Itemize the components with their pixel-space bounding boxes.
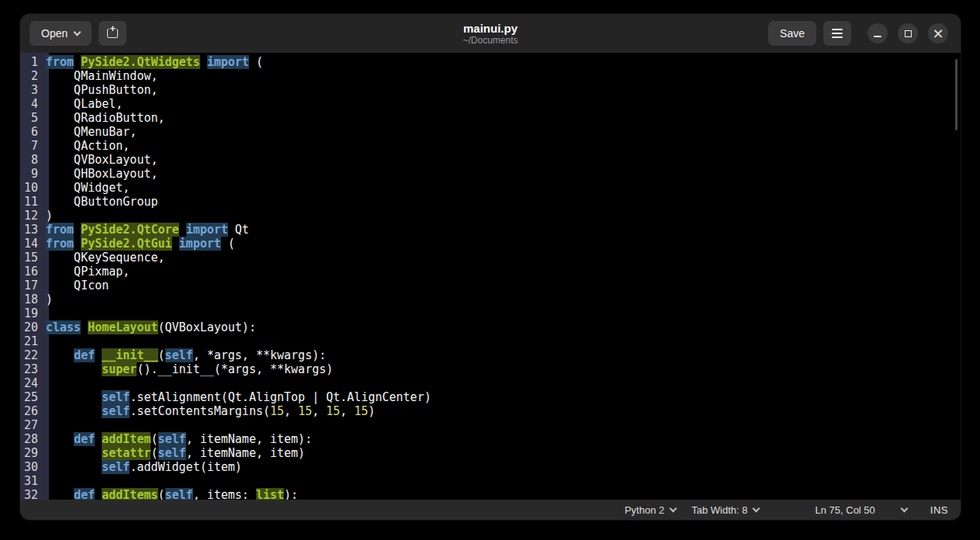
code-line[interactable]: 17 QIcon bbox=[20, 279, 961, 292]
code-text: def addItems(self, items: list): bbox=[43, 488, 298, 500]
code-line[interactable]: 24 bbox=[20, 376, 961, 390]
code-text: QVBoxLayout, bbox=[43, 153, 158, 167]
maximize-button[interactable] bbox=[898, 23, 918, 43]
line-number: 9 bbox=[20, 167, 43, 181]
line-number: 25 bbox=[20, 390, 43, 404]
code-text: from PySide2.QtCore import Qt bbox=[43, 223, 249, 237]
code-line[interactable]: 30 self.addWidget(item) bbox=[20, 460, 961, 474]
document-title: mainui.py bbox=[462, 22, 518, 35]
code-text: ) bbox=[43, 209, 53, 223]
code-line[interactable]: 9 QHBoxLayout, bbox=[20, 167, 961, 181]
code-line[interactable]: 5 QRadioButton, bbox=[20, 111, 961, 125]
code-editor[interactable]: 1from PySide2.QtWidgets import (2 QMainW… bbox=[20, 53, 961, 500]
chevron-down-icon bbox=[74, 28, 81, 36]
line-number: 22 bbox=[20, 348, 43, 362]
minimize-button[interactable] bbox=[867, 23, 888, 43]
code-text: QHBoxLayout, bbox=[43, 167, 158, 181]
code-line[interactable]: 25 self.setAlignment(Qt.AlignTop | Qt.Al… bbox=[20, 390, 961, 404]
code-line[interactable]: 27 bbox=[20, 418, 961, 432]
code-line[interactable]: 3 QPushButton, bbox=[20, 83, 961, 97]
code-line[interactable]: 1from PySide2.QtWidgets import ( bbox=[20, 55, 961, 69]
code-text: def __init__(self, *args, **kwargs): bbox=[43, 348, 326, 362]
menu-button[interactable] bbox=[823, 21, 851, 46]
language-label: Python 2 bbox=[625, 504, 664, 516]
code-text: QPushButton, bbox=[43, 83, 158, 97]
code-text: self.setContentsMargins(15, 15, 15, 15) bbox=[43, 404, 375, 418]
line-number: 5 bbox=[20, 111, 43, 125]
statusbar: Python 2 Tab Width: 8 Ln 75, Col 50 INS bbox=[20, 500, 961, 520]
line-number: 15 bbox=[20, 251, 43, 265]
line-number: 19 bbox=[20, 306, 43, 320]
code-text: from PySide2.QtWidgets import ( bbox=[43, 55, 263, 69]
code-text: QPixmap, bbox=[43, 265, 130, 279]
code-text: QWidget, bbox=[43, 181, 130, 195]
line-number: 24 bbox=[20, 376, 43, 390]
code-line[interactable]: 32 def addItems(self, items: list): bbox=[20, 488, 961, 500]
code-line[interactable]: 18) bbox=[20, 292, 961, 306]
code-line[interactable]: 14from PySide2.QtGui import ( bbox=[20, 237, 961, 251]
code-line[interactable]: 6 QMenuBar, bbox=[20, 125, 961, 139]
code-text: QKeySequence, bbox=[43, 251, 165, 265]
code-line[interactable]: 26 self.setContentsMargins(15, 15, 15, 1… bbox=[20, 404, 961, 418]
text-editor-window: Open + mainui.py ~/Documents Save bbox=[20, 14, 961, 520]
code-line[interactable]: 11 QButtonGroup bbox=[20, 195, 961, 209]
line-number: 32 bbox=[20, 488, 43, 500]
code-line[interactable]: 22 def __init__(self, *args, **kwargs): bbox=[20, 348, 961, 362]
code-line[interactable]: 7 QAction, bbox=[20, 139, 961, 153]
close-button[interactable]: × bbox=[928, 23, 948, 43]
code-line[interactable]: 19 bbox=[20, 306, 961, 320]
new-tab-button[interactable]: + bbox=[99, 21, 126, 46]
code-text: QLabel, bbox=[43, 97, 123, 111]
cursor-position-button[interactable]: Ln 75, Col 50 bbox=[807, 500, 914, 520]
code-text: QMainWindow, bbox=[43, 69, 158, 83]
open-button-label: Open bbox=[41, 27, 68, 40]
hamburger-icon bbox=[832, 33, 843, 34]
code-line[interactable]: 29 setattr(self, itemName, item) bbox=[20, 446, 961, 460]
chevron-down-icon bbox=[900, 505, 908, 513]
code-line[interactable]: 23 super().__init__(*args, **kwargs) bbox=[20, 362, 961, 376]
code-text: QRadioButton, bbox=[43, 111, 165, 125]
code-line[interactable]: 4 QLabel, bbox=[20, 97, 961, 111]
save-button[interactable]: Save bbox=[768, 21, 816, 46]
line-number: 30 bbox=[20, 460, 43, 474]
code-line[interactable]: 21 bbox=[20, 334, 961, 348]
tab-width-selector[interactable]: Tab Width: 8 bbox=[684, 500, 767, 520]
headerbar-right: Save × bbox=[768, 21, 951, 46]
line-number: 28 bbox=[20, 432, 43, 446]
code-line[interactable]: 8 QVBoxLayout, bbox=[20, 153, 961, 167]
code-text: from PySide2.QtGui import ( bbox=[43, 237, 235, 251]
cursor-position-label: Ln 75, Col 50 bbox=[815, 504, 874, 516]
code-text: ) bbox=[43, 292, 53, 306]
code-text: QIcon bbox=[43, 279, 109, 292]
line-number: 17 bbox=[20, 279, 43, 292]
code-line[interactable]: 31 bbox=[20, 474, 961, 488]
insert-mode-indicator: INS bbox=[930, 504, 948, 516]
code-line[interactable]: 2 QMainWindow, bbox=[20, 69, 961, 83]
code-line[interactable]: 20class HomeLayout(QVBoxLayout): bbox=[20, 320, 961, 334]
code-text bbox=[43, 334, 46, 348]
line-number: 1 bbox=[20, 55, 43, 69]
scrollbar[interactable] bbox=[955, 59, 957, 130]
headerbar: Open + mainui.py ~/Documents Save bbox=[20, 14, 961, 53]
code-line[interactable]: 28 def addItem(self, itemName, item): bbox=[20, 432, 961, 446]
code-line[interactable]: 10 QWidget, bbox=[20, 181, 961, 195]
code-line[interactable]: 15 QKeySequence, bbox=[20, 251, 961, 265]
code-line[interactable]: 12) bbox=[20, 209, 961, 223]
code-text: super().__init__(*args, **kwargs) bbox=[43, 362, 333, 376]
line-number: 4 bbox=[20, 97, 43, 111]
open-button[interactable]: Open bbox=[29, 21, 92, 46]
code-line[interactable]: 13from PySide2.QtCore import Qt bbox=[20, 223, 961, 237]
line-number: 27 bbox=[20, 418, 43, 432]
code-text: QButtonGroup bbox=[43, 195, 158, 209]
chevron-down-icon bbox=[753, 505, 760, 513]
line-number: 29 bbox=[20, 446, 43, 460]
language-selector[interactable]: Python 2 bbox=[617, 500, 684, 520]
line-number: 7 bbox=[20, 139, 43, 153]
maximize-icon bbox=[905, 30, 912, 37]
code-text: self.addWidget(item) bbox=[43, 460, 242, 474]
line-number: 26 bbox=[20, 404, 43, 418]
code-text bbox=[43, 376, 46, 390]
code-line[interactable]: 16 QPixmap, bbox=[20, 265, 961, 279]
line-number: 13 bbox=[20, 223, 43, 237]
minimize-icon bbox=[874, 36, 881, 37]
